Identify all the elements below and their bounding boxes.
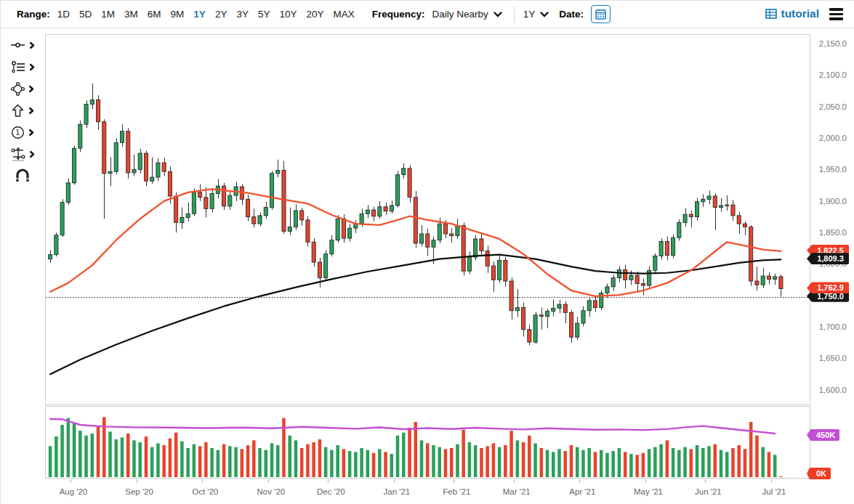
price-axis-label: 2,000.0 [810,134,847,142]
x-axis-tick [645,479,646,483]
price-axis-label: 1,900.0 [810,197,847,206]
x-axis-label: Jan '21 [384,487,411,496]
chart-application: Range: 1D5D1M3M6M9M1Y2Y3Y5Y10Y20YMAX Fre… [0,0,854,504]
shapes-tool[interactable] [1,78,44,99]
range-button-2y[interactable]: 2Y [215,9,227,20]
range-button-6m[interactable]: 6M [148,9,161,20]
x-axis-label: Oct '20 [192,487,218,496]
x-axis-label: Mar '21 [503,487,531,496]
number-annotation-tool[interactable]: 1 [1,121,44,143]
price-axis-label: 1,700.0 [810,322,847,331]
frequency-value: Daily Nearby [432,9,488,20]
frequency-dropdown[interactable]: Daily Nearby [432,9,502,20]
x-axis-tick [394,479,395,483]
chevron-right-icon [28,85,34,93]
period-value: 1Y [523,9,536,20]
up-arrow-icon [11,104,25,118]
value-badge-volume-last: 0K [807,468,831,479]
toolbar-divider [514,7,515,23]
value-badge-last-price: 1,762.9 [807,282,849,293]
chevron-right-icon [28,129,34,137]
x-axis-label: Feb '21 [443,487,470,496]
volume-chart-canvas[interactable] [46,407,810,478]
line-with-node-icon [10,38,25,52]
calendar-date-picker-button[interactable] [591,5,611,23]
value-badge-black-ma-value: 1,809.3 [807,253,849,264]
price-axis-label: 1,600.0 [810,386,847,394]
x-axis-label: Jul '21 [762,487,786,496]
x-axis-tick [454,479,454,483]
price-axis-label: 2,050.0 [810,102,847,111]
x-axis-label: Jun '21 [695,487,722,496]
volume-panel [45,406,810,479]
x-axis-label: Aug '20 [60,487,88,496]
value-badge-volume-ma-value: 450K [807,429,839,441]
study-list-tool[interactable] [1,56,44,78]
x-axis-label: Nov '20 [257,487,286,496]
circled-one-icon: 1 [11,126,25,139]
price-axis-label: 2,100.0 [810,70,847,79]
annotation-list-icon [11,60,25,73]
levels-tool[interactable] [1,143,44,165]
arrow-tool[interactable] [1,99,44,121]
range-button-1m[interactable]: 1M [101,9,115,20]
x-axis-label: May '21 [634,487,663,496]
retracement-icon [11,147,25,161]
x-axis-tick [771,479,772,483]
range-button-5d[interactable]: 5D [79,9,92,20]
brand-logo[interactable]: tutorial [765,7,819,20]
range-label: Range: [17,9,50,20]
chevron-down-icon [494,12,502,17]
x-axis-label: Sep '20 [125,487,153,496]
polygon-nodes-icon [11,82,25,96]
frequency-label: Frequency: [372,9,425,20]
range-button-10y[interactable]: 10Y [279,9,297,20]
price-axis-label: 1,850.0 [810,228,847,237]
chevron-right-icon [28,107,34,115]
price-panel [45,34,810,405]
table-grid-icon [765,8,777,20]
chevron-right-icon [29,41,35,49]
range-button-3m[interactable]: 3M [124,9,138,20]
toolbar-right-group: tutorial [765,7,845,21]
x-axis-tick [514,479,515,483]
price-chart-canvas[interactable] [46,35,810,405]
x-axis-tick [71,479,71,483]
x-axis-tick [328,479,329,483]
price-axis-label: 1,950.0 [810,165,847,174]
range-button-5y[interactable]: 5Y [258,9,270,20]
drawing-toolbar: 1 [1,34,44,187]
x-axis-tick [202,479,203,483]
calendar-icon [595,9,606,20]
chevron-down-icon [540,12,549,17]
range-button-9m[interactable]: 9M [171,9,185,20]
brand-name: tutorial [781,7,819,20]
price-axis-label: 1,650.0 [810,354,847,362]
range-button-20y[interactable]: 20Y [306,9,323,20]
range-button-1d[interactable]: 1D [57,9,70,20]
range-button-max[interactable]: MAX [333,9,354,20]
x-axis-tick [705,479,706,483]
x-axis-label: Dec '20 [317,487,345,496]
chevron-right-icon [29,150,35,158]
hamburger-menu-icon[interactable] [828,7,845,21]
x-axis-tick [137,479,137,483]
svg-text:1: 1 [16,128,20,137]
x-axis-label: Apr '21 [569,487,595,496]
period-dropdown[interactable]: 1Y [523,9,549,20]
magnet-tool[interactable] [1,165,44,187]
range-button-3y[interactable]: 3Y [236,9,249,20]
top-toolbar: Range: 1D5D1M3M6M9M1Y2Y3Y5Y10Y20YMAX Fre… [1,1,854,28]
x-axis-tick [579,479,580,483]
chevron-right-icon [29,63,35,71]
magnet-icon [15,168,31,183]
range-button-1y[interactable]: 1Y [193,9,206,20]
price-axis-label: 2,150.0 [810,39,847,48]
x-axis-tick [268,479,269,483]
date-label: Date: [559,9,584,20]
trendline-tool[interactable] [1,34,44,56]
range-button-group: 1D5D1M3M6M9M1Y2Y3Y5Y10Y20YMAX [57,9,355,20]
